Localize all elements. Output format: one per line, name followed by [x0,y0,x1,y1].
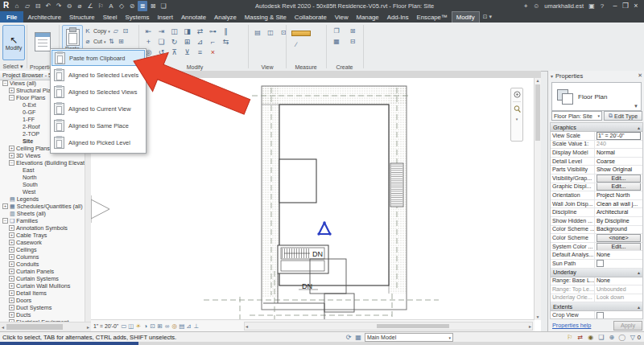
demolish-icon[interactable]: ⊞ [117,38,125,45]
reveal-icon[interactable]: ⊡ [279,29,288,36]
create-parts-icon[interactable]: ⊟ [348,38,357,45]
expand-icon[interactable]: + [9,283,14,289]
pin-icon[interactable]: ⊼ [169,48,180,56]
print-icon[interactable]: ⊖ [64,1,74,11]
scroll-left-arrow-icon[interactable]: ◂ [246,323,248,329]
ribbon-tab-analyze[interactable]: Analyze [210,11,241,23]
align-icon[interactable]: ⇤ [143,27,154,35]
select-links-icon[interactable]: ❏ [597,334,605,341]
close-hidden-windows-icon[interactable]: ⊠ [148,1,158,11]
expand-icon[interactable]: + [9,312,14,318]
signed-in-user[interactable]: umarkhalid.est [544,2,584,10]
ribbon-tab-collaborate[interactable]: Collaborate [291,11,331,23]
ribbon-tab-insert[interactable]: Insert [153,11,177,23]
property-checkbox[interactable] [597,260,604,267]
offset-copy-icon[interactable]: ⇆ [221,38,231,46]
chevron-down-icon[interactable]: ▾ [108,29,110,34]
edit-type-button[interactable]: ⧉ Edit Type [604,111,642,121]
scroll-left-arrow-icon[interactable]: ◂ [2,324,4,330]
browser-item-west[interactable]: West [0,188,85,195]
measure-between-points-icon[interactable]: ∕ [291,41,301,48]
expand-icon[interactable]: + [9,298,14,303]
cut-geometry-icon[interactable]: ⌀ [84,38,92,45]
browser-item-curtain-wall-mullions[interactable]: +Curtain Wall Mullions [0,282,85,290]
expand-icon[interactable]: + [9,290,14,296]
expand-icon[interactable]: + [9,269,14,274]
paste-menu-item-aligned-to-same-place[interactable]: Aligned to Same Place [51,117,146,134]
move-icon[interactable]: + [143,38,154,46]
worksets-icon[interactable]: ⟳ [345,334,353,341]
properties-section-underlay[interactable]: Underlay▴ [551,269,642,277]
property-edit-button[interactable]: <none> [597,234,641,242]
minimize-button[interactable]: – [610,2,620,10]
split-element-icon[interactable]: ⇄ [195,27,205,35]
property-value[interactable]: Background [595,226,642,234]
collapse-icon[interactable]: – [9,160,14,166]
instance-selector[interactable]: Floor Plan: Site ▾ [551,111,602,121]
close-button[interactable]: × [631,2,641,10]
chevron-down-icon[interactable]: ▾ [104,39,106,44]
expand-icon[interactable]: + [2,203,8,209]
scroll-up-arrow-icon[interactable]: ▲ [535,78,541,84]
active-workset-select[interactable]: Main Model ▾ [365,333,453,342]
exclude-options-icon[interactable]: ⇄ [576,334,584,341]
properties-help-link[interactable]: Properties help [552,322,591,329]
create-assembly-icon[interactable]: ▦ [332,38,341,45]
browser-item-curtain-panels[interactable]: +Curtain Panels [0,268,85,275]
temporary-view-properties-icon[interactable]: ▤ [178,322,185,330]
expand-icon[interactable]: + [9,305,14,310]
visual-style-icon[interactable]: ◫ [127,322,134,330]
browser-item-schedules-quantities-all-[interactable]: +▦Schedules/Quantities (all) [0,203,85,210]
properties-section-graphics[interactable]: Graphics▴ [551,123,642,132]
copy-icon[interactable]: ❏ [156,38,167,46]
ribbon-tab-architecture[interactable]: Architecture [23,11,65,23]
text-icon[interactable]: A [106,1,116,11]
paste-menu-item-aligned-to-current-view[interactable]: Aligned to Current View [51,101,146,117]
scroll-down-arrow-icon[interactable]: ▼ [535,314,541,320]
ribbon-tab-annotate[interactable]: Annotate [177,11,210,23]
restore-button[interactable]: ❐ [621,2,630,10]
browser-item-elevations-building-elevatio[interactable]: –Elevations (Building Elevatio [0,159,85,166]
trim-extend-icon[interactable]: ⊶ [208,27,218,35]
scroll-right-arrow-icon[interactable]: ▸ [87,324,89,330]
browser-item-duct-systems[interactable]: +Duct Systems [0,304,85,311]
type-selector[interactable]: Floor Plan ▼ [551,82,642,111]
property-value[interactable]: None [595,277,642,285]
cut-button[interactable]: Cut [93,39,102,44]
modify-panel-label[interactable]: Modify [143,64,246,70]
array-linear-icon[interactable]: ∥ [221,27,231,35]
paste-menu-item-aligned-to-selected-levels[interactable]: Aligned to Selected Levels [51,67,146,84]
property-value[interactable]: Clean all wall j... [595,200,642,208]
app-store-icon[interactable]: ▣ [587,1,597,11]
browser-item-curtain-systems[interactable]: +Curtain Systems [0,275,85,282]
ribbon-tab-enscape-[interactable]: Enscape™ [413,11,452,23]
sign-in-icon[interactable]: ☺ [531,1,541,11]
copy-button[interactable]: Copy [93,28,106,34]
collapse-icon[interactable]: – [2,80,8,86]
zoom-icon[interactable] [514,105,521,113]
browser-item-columns[interactable]: +Columns [0,253,85,261]
property-value[interactable]: Unbounded [595,285,642,294]
paste-menu-item-paste-from-clipboard[interactable]: Paste from Clipboard [52,50,145,66]
scrollbar-thumb[interactable] [377,324,449,328]
help-icon[interactable]: ? [597,1,607,11]
selection-filter[interactable]: ▽ 0 [629,334,641,341]
property-value[interactable]: Edit... [595,243,642,251]
press-drag-icon[interactable]: ◉ [587,334,595,341]
property-edit-button[interactable]: Edit... [597,243,641,251]
undo-icon[interactable]: ↶ [43,1,53,11]
property-value[interactable]: Normal [595,149,642,157]
thin-lines-icon[interactable]: ≣ [138,1,147,11]
editable-only-icon[interactable]: ⚐ [566,334,574,341]
apply-button[interactable]: Apply [613,321,642,331]
property-value-input[interactable]: 1" = 20'-0" [597,132,641,140]
property-value[interactable]: None [595,251,642,259]
close-panel-icon[interactable]: ✕ [638,72,642,79]
ribbon-tab-modify[interactable]: Modify [452,11,480,23]
browser-item-annotation-symbols[interactable]: +Annotation Symbols [0,224,85,232]
browser-item-south[interactable]: South [0,181,85,188]
browser-item-conduits[interactable]: +Conduits [0,261,85,268]
scale-icon[interactable]: ⊿ [195,38,205,46]
expand-icon[interactable]: + [9,261,14,267]
property-value[interactable] [595,311,642,319]
